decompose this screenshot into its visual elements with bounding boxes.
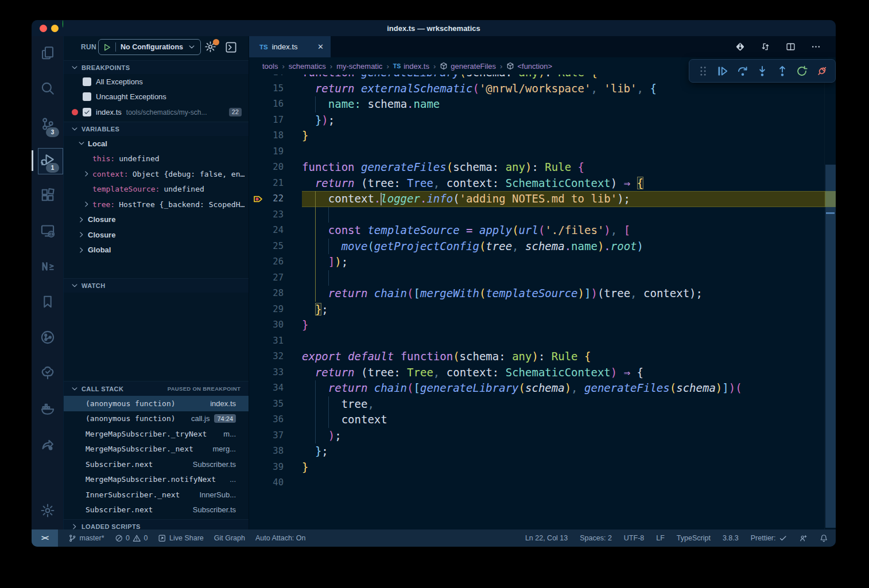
gutter[interactable]: 19 (249, 144, 302, 160)
call-stack-frame[interactable]: MergeMapSubscriber._tryNextm... (64, 426, 249, 442)
call-stack-frame[interactable]: (anonymous function)call.js74:24 (64, 411, 249, 427)
call-stack-header[interactable]: CALL STACK PAUSED ON BREAKPOINT (64, 381, 249, 396)
variables-header[interactable]: VARIABLES (64, 122, 249, 136)
variable-row[interactable]: tree:HostTree {_backend: ScopedH… (64, 197, 249, 212)
split-editor-icon[interactable] (786, 42, 796, 52)
status-item-language[interactable]: TypeScript (677, 534, 711, 542)
activity-item-nx[interactable] (32, 250, 63, 285)
gutter[interactable]: 21 (249, 176, 302, 192)
gutter[interactable]: 33 (249, 365, 302, 381)
status-item-notifications[interactable] (820, 534, 828, 543)
variable-row[interactable]: this:undefined (64, 151, 249, 167)
variables-scope-row[interactable]: Local (64, 136, 249, 151)
step-out-button[interactable] (776, 65, 789, 77)
variables-scope-row[interactable]: Closure (64, 227, 249, 243)
gutter[interactable]: 17 (249, 112, 302, 128)
call-stack-frame[interactable]: Subscriber.nextSubscriber.ts (64, 503, 249, 518)
gutter[interactable]: 23 (249, 207, 302, 223)
gutter[interactable]: 26 (249, 254, 302, 270)
breakpoints-header[interactable]: BREAKPOINTS (64, 60, 249, 74)
variable-row[interactable]: context:Object {debug: false, en… (64, 166, 249, 182)
gutter[interactable]: 37 (249, 428, 302, 444)
status-item-git-graph[interactable]: Git Graph (214, 534, 245, 542)
breadcrumb-item[interactable]: my-schematic (336, 62, 382, 71)
breadcrumb-item[interactable]: <function> (506, 62, 552, 71)
gutter[interactable]: 35 (249, 396, 302, 412)
compare-icon[interactable] (761, 42, 770, 52)
close-window-button[interactable] (40, 25, 47, 32)
status-item-auto-attach[interactable]: Auto Attach: On (255, 534, 306, 542)
activity-item-share[interactable] (32, 427, 63, 463)
gutter[interactable]: 40 (249, 475, 302, 491)
editor-scrollbar[interactable] (824, 75, 836, 529)
call-stack-frame[interactable]: MergeMapSubscriber.notifyNext... (64, 472, 249, 488)
gutter[interactable]: 18 (249, 128, 302, 144)
gutter[interactable]: 30 (249, 317, 302, 333)
activity-item-test-tree[interactable] (32, 356, 63, 392)
disconnect-button[interactable] (816, 65, 828, 77)
gutter[interactable]: 34 (249, 380, 302, 396)
call-stack-frame[interactable]: (anonymous function)index.ts (64, 396, 249, 411)
gutter[interactable]: 16 (249, 96, 302, 112)
scrollbar-slider[interactable] (825, 165, 836, 528)
gutter[interactable]: 29 (249, 302, 302, 318)
variables-scope-row[interactable]: Closure (64, 212, 249, 228)
status-item-indentation[interactable]: Spaces: 2 (580, 534, 612, 542)
start-debug-icon[interactable] (103, 43, 111, 52)
gutter[interactable]: 24 (249, 223, 302, 239)
debug-settings-gear-icon[interactable] (204, 41, 217, 53)
minimize-window-button[interactable] (51, 25, 59, 32)
activity-item-debug[interactable]: 1 (32, 143, 63, 178)
breadcrumb-item[interactable]: schematics (289, 62, 326, 71)
activity-item-bookmarks[interactable] (32, 285, 63, 321)
step-into-button[interactable] (756, 65, 769, 77)
gutter[interactable]: 39 (249, 460, 302, 476)
restart-button[interactable] (796, 65, 808, 77)
call-stack-frame[interactable]: InnerSubscriber._nextInnerSub... (64, 487, 249, 503)
run-config-dropdown[interactable]: No Configurations (98, 39, 201, 55)
status-item-cursor-position[interactable]: Ln 22, Col 13 (525, 534, 568, 542)
activity-item-source-control[interactable]: 3 (32, 107, 63, 143)
status-item-live-share[interactable]: Live Share (158, 534, 203, 543)
remote-indicator[interactable]: >< (32, 529, 58, 547)
gutter[interactable]: 38 (249, 443, 302, 460)
status-item-ts-version[interactable]: 3.8.3 (723, 534, 739, 542)
breadcrumb-item[interactable]: tools (262, 62, 278, 71)
breakpoint-hit-arrow-icon[interactable] (253, 194, 263, 204)
gutter[interactable]: 22 (249, 191, 302, 207)
gutter[interactable]: 28 (249, 286, 302, 302)
activity-item-remote[interactable] (32, 214, 63, 250)
call-stack-frame[interactable]: MergeMapSubscriber._nextmerg... (64, 442, 249, 457)
status-item-eol[interactable]: LF (656, 534, 665, 542)
activity-item-search[interactable] (32, 72, 63, 107)
zoom-window-button[interactable] (63, 20, 63, 28)
tab-index-ts[interactable]: TS index.ts ✕ (249, 36, 331, 57)
debug-console-icon[interactable] (225, 41, 237, 53)
status-item-git-branch[interactable]: master* (68, 534, 104, 543)
watch-header[interactable]: WATCH (64, 278, 249, 293)
status-item-encoding[interactable]: UTF-8 (624, 534, 644, 542)
gitlens-icon[interactable] (735, 42, 745, 52)
ellipsis-icon[interactable] (811, 42, 821, 52)
activity-item-docker[interactable] (32, 392, 63, 427)
checkbox[interactable] (83, 77, 91, 86)
status-item-problems[interactable]: 00 (115, 534, 148, 543)
code-editor[interactable]: 14function generateLibrary(schema: any):… (249, 75, 836, 529)
checkbox[interactable] (83, 92, 91, 101)
breadcrumb-item[interactable]: TSindex.ts (393, 62, 429, 71)
activity-item-git-graph-circle[interactable] (32, 321, 63, 356)
activity-item-gear[interactable] (32, 499, 63, 524)
checkbox[interactable] (83, 108, 91, 116)
gutter[interactable]: 14 (249, 75, 302, 81)
gutter[interactable]: 20 (249, 159, 302, 176)
status-item-prettier[interactable]: Prettier: (751, 534, 787, 543)
gutter[interactable]: 31 (249, 333, 302, 349)
breadcrumb-item[interactable]: generateFiles (440, 62, 496, 71)
activity-item-extensions[interactable] (32, 178, 63, 214)
breakpoint-row[interactable]: index.tstools/schematics/my-sch...22 (64, 104, 249, 120)
gutter[interactable]: 36 (249, 412, 302, 428)
close-tab-icon[interactable]: ✕ (317, 42, 324, 51)
breakpoint-row[interactable]: Uncaught Exceptions (64, 89, 249, 105)
variables-scope-row[interactable]: Global (64, 243, 249, 258)
call-stack-frame[interactable]: Subscriber.nextSubscriber.ts (64, 457, 249, 472)
